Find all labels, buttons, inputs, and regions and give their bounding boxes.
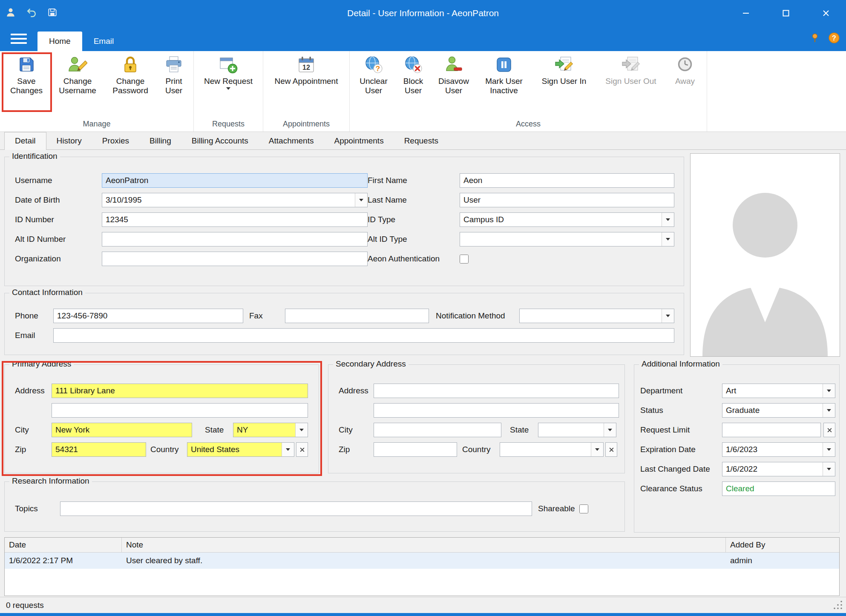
tab-detail[interactable]: Detail [4,132,46,150]
mark-user-inactive-button[interactable]: Mark User Inactive [476,51,532,95]
column-header-date[interactable]: Date [5,538,122,552]
primary-address-input[interactable] [52,384,308,398]
tab-appointments[interactable]: Appointments [324,132,394,149]
expiration-date-input[interactable] [722,443,823,456]
chevron-down-icon[interactable] [662,232,674,246]
sign-user-in-button[interactable]: Sign User In [532,51,596,86]
secondary-address-groupbox: Secondary Address Address City State Z [328,364,625,473]
tab-billing[interactable]: Billing [139,132,181,149]
group-caption: Requests [196,118,261,132]
primary-country-input[interactable] [187,443,282,456]
column-header-added-by[interactable]: Added By [726,538,839,552]
column-header-note[interactable]: Note [122,538,726,552]
clearance-status-label: Clearance Status [640,481,722,496]
maximize-button[interactable] [766,0,806,26]
disavow-user-button[interactable]: Disavow User [431,51,476,95]
alt-id-type-input[interactable] [460,232,662,246]
aeon-authentication-checkbox[interactable] [460,255,469,264]
chevron-down-icon[interactable] [282,443,294,456]
secondary-address-input[interactable] [374,384,619,398]
primary-state-input[interactable] [233,423,295,437]
secondary-country-combo[interactable] [500,442,604,457]
new-appointment-button[interactable]: 12 New Appointment [265,51,347,86]
tab-billing-accounts[interactable]: Billing Accounts [181,132,259,149]
primary-state-combo[interactable] [233,423,308,437]
request-limit-clear-button[interactable] [823,423,835,437]
alt-id-type-combo[interactable] [460,232,674,246]
tab-attachments[interactable]: Attachments [259,132,324,149]
user-photo-placeholder[interactable] [690,153,840,357]
new-request-button[interactable]: New Request [196,51,261,90]
clearance-status-input[interactable] [722,481,835,496]
date-of-birth-input[interactable] [102,193,355,207]
last-changed-date-combo[interactable] [722,462,835,476]
first-name-input[interactable] [460,173,674,188]
chevron-down-icon[interactable] [662,309,674,323]
secondary-state-combo[interactable] [538,423,616,437]
chevron-down-icon[interactable] [604,423,616,437]
pin-icon[interactable] [809,32,820,45]
phone-input[interactable] [53,309,243,323]
menu-button[interactable] [0,26,37,51]
chevron-down-icon[interactable] [662,213,674,226]
organization-input[interactable] [102,252,368,266]
expiration-date-combo[interactable] [722,442,835,457]
status-input[interactable] [722,404,823,417]
resize-grip[interactable] [832,599,843,612]
notification-method-input[interactable] [520,309,662,323]
notification-method-combo[interactable] [519,309,674,323]
secondary-city-input[interactable] [374,423,501,437]
save-changes-button[interactable]: Save Changes [2,51,51,95]
date-of-birth-combo[interactable] [102,193,368,207]
primary-country-clear-button[interactable] [296,442,308,457]
chevron-down-icon[interactable] [823,443,835,456]
last-changed-date-input[interactable] [722,462,823,476]
status-combo[interactable] [722,403,835,418]
department-combo[interactable] [722,384,835,398]
secondary-zip-input[interactable] [374,442,457,457]
id-type-combo[interactable] [460,212,674,227]
username-input[interactable] [102,173,368,188]
id-type-input[interactable] [460,213,662,226]
primary-zip-input[interactable] [52,442,146,457]
primary-address2-input[interactable] [52,403,308,418]
chevron-down-icon[interactable] [591,443,603,456]
id-number-input[interactable] [102,212,368,227]
tab-proxies[interactable]: Proxies [92,132,139,149]
new-request-icon [219,54,238,75]
chevron-down-icon[interactable] [823,462,835,476]
help-button[interactable]: ? [828,32,840,46]
secondary-country-clear-button[interactable] [605,442,617,457]
button-label: Unclear User [357,77,391,95]
tab-home[interactable]: Home [37,32,82,51]
alt-id-number-input[interactable] [102,232,368,246]
tab-history[interactable]: History [46,132,92,149]
chevron-down-icon[interactable] [823,384,835,398]
fax-input[interactable] [285,309,429,323]
close-button[interactable] [806,0,846,26]
secondary-country-input[interactable] [500,443,591,456]
tab-email[interactable]: Email [82,32,126,51]
topics-input[interactable] [60,501,532,516]
chevron-down-icon[interactable] [823,404,835,417]
primary-country-combo[interactable] [187,442,294,457]
request-limit-input[interactable] [722,423,821,437]
chevron-down-icon[interactable] [295,423,308,437]
email-input[interactable] [53,328,674,343]
maximize-icon [781,9,791,18]
table-row[interactable]: 1/6/2022 2:17 PM User cleared by staff. … [5,553,839,569]
chevron-down-icon[interactable] [355,193,367,207]
shareable-checkbox[interactable] [579,504,588,513]
unclear-user-button[interactable]: ? Unclear User [352,51,395,95]
tab-requests[interactable]: Requests [394,132,449,149]
block-user-button[interactable]: Block User [395,51,431,95]
change-username-button[interactable]: Change Username [51,51,104,95]
minimize-button[interactable] [726,0,766,26]
print-user-button[interactable]: Print User [156,51,191,95]
secondary-address2-input[interactable] [374,403,619,418]
department-input[interactable] [722,384,823,398]
last-name-input[interactable] [460,193,674,207]
change-password-button[interactable]: Change Password [104,51,156,95]
secondary-state-input[interactable] [538,423,604,437]
primary-city-input[interactable] [52,423,192,437]
